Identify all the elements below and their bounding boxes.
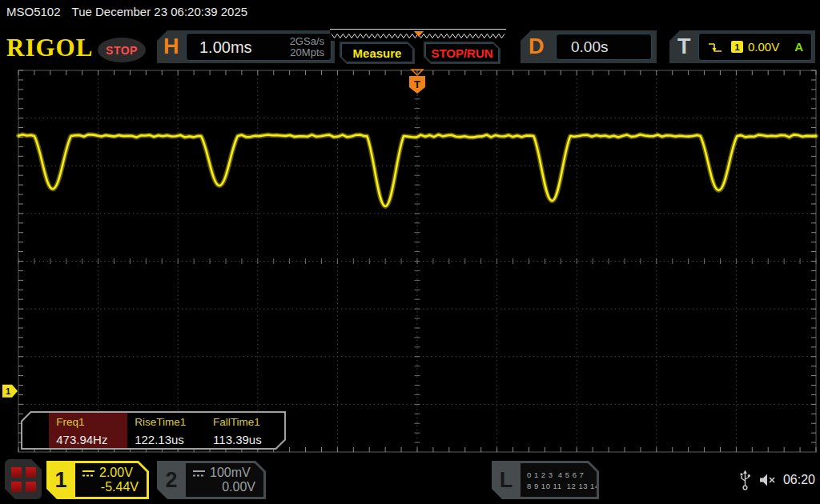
- digital-label: L: [492, 461, 521, 499]
- digital-row1: 0 1 2 3 4 5 6 7: [527, 470, 597, 479]
- clock: 06:20: [783, 473, 815, 487]
- digital-channels-button[interactable]: L 0 1 2 3 4 5 6 7 8 9 10 11 12 13 14 15: [492, 461, 599, 499]
- measurement-spacer: [22, 413, 49, 448]
- dc-coupling-icon: [82, 468, 95, 478]
- dc-coupling-icon: [192, 468, 206, 478]
- channel1-offset: -5.44V: [101, 480, 139, 494]
- menu-button[interactable]: [5, 459, 42, 499]
- measurement-item-freq[interactable]: Freq1 473.94Hz: [49, 413, 127, 448]
- channel2-scale: 100mV: [210, 466, 251, 480]
- measurement-panel[interactable]: Freq1 473.94Hz RiseTime1 122.13us FallTi…: [21, 411, 286, 450]
- digital-row2: 8 9 10 11 12 13 14 15: [527, 482, 597, 490]
- menu-grid-icon: [11, 467, 36, 492]
- channel2-button[interactable]: 2 100mV 0.00V: [157, 461, 266, 499]
- channel2-number: 2: [157, 461, 186, 499]
- channel1-scale: 2.00V: [99, 466, 133, 480]
- measurement-item-risetime[interactable]: RiseTime1 122.13us: [127, 413, 206, 448]
- speaker-muted-icon: [758, 472, 776, 488]
- channel1-button[interactable]: 1 2.00V -5.44V: [46, 461, 149, 499]
- svg-text:T: T: [414, 78, 420, 90]
- system-tray: 06:20: [739, 466, 815, 494]
- channel2-offset: 0.00V: [222, 480, 255, 494]
- channel1-ground-icon[interactable]: 1: [2, 385, 18, 398]
- measurement-item-falltime[interactable]: FallTime1 113.39us: [206, 413, 284, 448]
- svg-text:1: 1: [6, 386, 10, 396]
- oscilloscope-screen: MSO5102Tue December 23 06:20:39 2025 RIG…: [0, 0, 820, 504]
- usb-icon: [739, 470, 751, 490]
- channel1-number: 1: [46, 461, 75, 499]
